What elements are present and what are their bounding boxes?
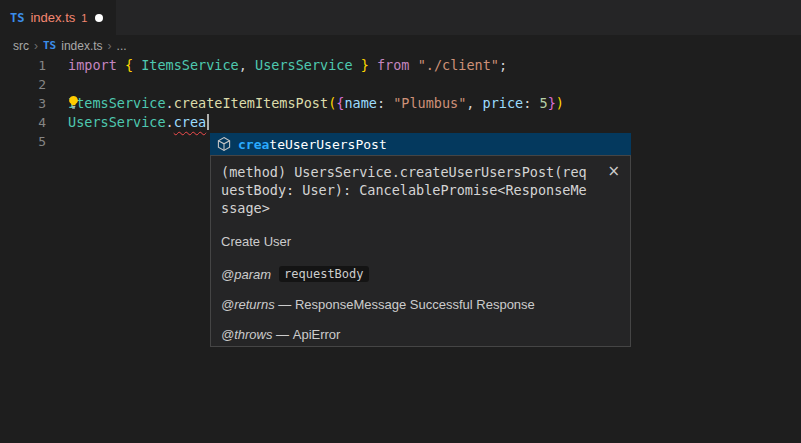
line-number: 5 (0, 132, 46, 151)
line-number: 1 (0, 56, 46, 75)
breadcrumb-separator-icon: › (108, 39, 112, 53)
line-content: import { ItemsService, UsersService } fr… (46, 56, 507, 75)
typescript-file-icon: TS (10, 11, 24, 25)
close-icon[interactable]: × (607, 164, 620, 178)
line-number: 3 (0, 94, 46, 113)
typescript-file-icon: TS (43, 39, 56, 52)
docs-tag-throws: @throws — ApiError (221, 327, 620, 342)
text-cursor (207, 114, 209, 130)
line-content (46, 132, 68, 151)
breadcrumb-label: src (13, 39, 29, 53)
line-content: UsersService.crea (46, 113, 209, 132)
quick-fix-lightbulb-icon[interactable] (66, 95, 82, 111)
tab-bar: TS index.ts 1 (0, 0, 801, 35)
tab-index-ts[interactable]: TS index.ts 1 (0, 0, 116, 35)
intellisense-suggest-widget: createUserUsersPost × (method) UsersServ… (210, 133, 631, 347)
code-line-4[interactable]: 4UsersService.crea (0, 113, 801, 132)
breadcrumb: src›TSindex.ts›... (0, 35, 801, 56)
unsaved-changes-dot-icon[interactable] (95, 14, 103, 22)
suggestion-item-createUserUsersPost[interactable]: createUserUsersPost (210, 133, 631, 155)
docs-tag-param: @paramrequestBody (221, 266, 620, 282)
code-line-3[interactable]: 3ItemsService.createItemItemsPost({name:… (0, 94, 801, 113)
code-line-1[interactable]: 1import { ItemsService, UsersService } f… (0, 56, 801, 75)
suggestion-docs-panel: × (method) UsersService.createUserUsersP… (210, 155, 631, 347)
line-number: 4 (0, 113, 46, 132)
line-number: 2 (0, 75, 46, 94)
line-content: ItemsService.createItemItemsPost({name: … (46, 94, 564, 113)
tab-error-count-badge: 1 (81, 12, 87, 24)
breadcrumb-label: ... (117, 39, 127, 53)
suggestion-label: createUserUsersPost (238, 137, 387, 152)
breadcrumb-separator-icon: › (34, 39, 38, 53)
breadcrumb-segment-src[interactable]: src (13, 39, 29, 53)
method-signature: (method) UsersService.createUserUsersPos… (221, 163, 589, 217)
param-name-chip: requestBody (279, 266, 368, 282)
tab-filename: index.ts (30, 10, 75, 25)
code-line-2[interactable]: 2 (0, 75, 801, 94)
breadcrumb-label: index.ts (61, 39, 102, 53)
breadcrumb-segment-[interactable]: ... (117, 39, 127, 53)
docs-tag-returns: @returns — ResponseMessage Successful Re… (221, 297, 620, 312)
symbol-method-cube-icon (216, 136, 232, 152)
breadcrumb-segment-indexts[interactable]: TSindex.ts (43, 39, 103, 53)
docs-description: Create User (221, 234, 620, 249)
line-content (46, 75, 68, 94)
